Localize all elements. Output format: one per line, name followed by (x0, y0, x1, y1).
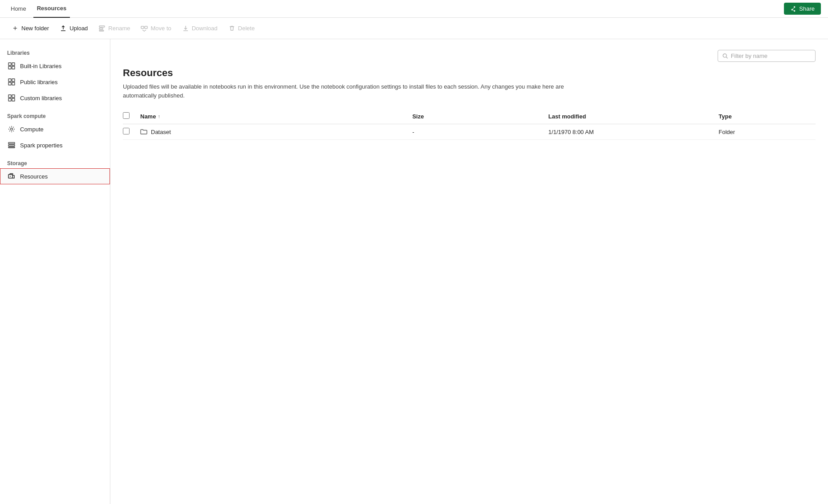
svg-rect-16 (12, 98, 15, 101)
col-header-name[interactable]: Name ↑ (135, 109, 407, 124)
row-type: Folder (713, 124, 816, 140)
move-to-label: Move to (150, 25, 171, 32)
move-to-button[interactable]: Move to (136, 22, 175, 35)
delete-label: Delete (238, 25, 255, 32)
svg-rect-9 (8, 79, 11, 81)
svg-rect-2 (99, 30, 104, 31)
compute-label: Compute (20, 126, 44, 133)
nav-resources[interactable]: Resources (33, 0, 70, 18)
svg-rect-15 (8, 98, 11, 101)
svg-rect-4 (145, 26, 147, 28)
move-icon (141, 25, 148, 32)
row-checkbox-cell (123, 124, 135, 140)
col-header-last-modified: Last modified (543, 109, 713, 124)
row-name: Dataset (151, 129, 171, 135)
storage-section-label: Storage (0, 157, 110, 168)
content-area: Resources Uploaded files will be availab… (110, 39, 828, 504)
share-button[interactable]: Share (784, 3, 821, 15)
spark-properties-label: Spark properties (20, 142, 62, 149)
svg-rect-11 (8, 82, 11, 85)
download-label: Download (192, 25, 218, 32)
row-last-modified: 1/1/1970 8:00 AM (543, 124, 713, 140)
delete-button[interactable]: Delete (224, 22, 260, 35)
toolbar: ＋ New folder Upload Rename Move to Downl… (0, 18, 828, 39)
filter-bar (123, 50, 816, 62)
row-checkbox[interactable] (123, 128, 130, 134)
row-size: - (407, 124, 543, 140)
settings-icon (8, 125, 16, 133)
svg-point-17 (11, 128, 13, 130)
svg-rect-18 (8, 142, 15, 144)
new-folder-label: New folder (21, 25, 49, 32)
select-all-checkbox[interactable] (123, 112, 130, 119)
col-header-type: Type (713, 109, 816, 124)
sidebar: Libraries Built-in Libraries (0, 39, 110, 504)
spark-compute-section-label: Spark compute (0, 110, 110, 121)
svg-rect-6 (12, 63, 15, 65)
page-description: Uploaded files will be available in note… (123, 82, 568, 100)
col-header-checkbox (123, 109, 135, 124)
sidebar-item-spark-properties[interactable]: Spark properties (0, 137, 110, 153)
svg-rect-19 (8, 145, 15, 146)
new-folder-button[interactable]: ＋ New folder (7, 21, 53, 36)
sort-arrow-icon: ↑ (158, 114, 160, 119)
download-button[interactable]: Download (178, 22, 222, 35)
filter-input-wrap[interactable] (718, 50, 816, 62)
delete-icon (228, 25, 235, 32)
row-name-cell[interactable]: Dataset (135, 124, 407, 140)
upload-icon (60, 25, 67, 32)
rename-icon (98, 25, 106, 32)
sidebar-item-built-in-libraries[interactable]: Built-in Libraries (0, 58, 110, 74)
rename-label: Rename (108, 25, 130, 32)
download-icon (182, 25, 189, 32)
built-in-libraries-label: Built-in Libraries (20, 63, 61, 69)
svg-rect-12 (12, 82, 15, 85)
svg-rect-3 (141, 26, 144, 28)
filter-input[interactable] (731, 53, 811, 59)
custom-libraries-label: Custom libraries (20, 95, 62, 102)
plus-icon: ＋ (12, 24, 19, 33)
svg-rect-8 (12, 66, 15, 69)
svg-point-22 (10, 176, 11, 177)
table-row: Dataset - 1/1/1970 8:00 AM Folder (123, 124, 816, 140)
grid-icon-public (8, 78, 16, 86)
share-icon (790, 6, 796, 12)
public-libraries-label: Public libraries (20, 79, 58, 85)
svg-rect-1 (99, 28, 103, 29)
sidebar-item-custom-libraries[interactable]: Custom libraries (0, 90, 110, 106)
sidebar-item-public-libraries[interactable]: Public libraries (0, 74, 110, 90)
resources-icon (8, 172, 16, 180)
sidebar-item-compute[interactable]: Compute (0, 121, 110, 137)
libraries-section-label: Libraries (0, 46, 110, 58)
svg-rect-5 (8, 63, 11, 65)
svg-rect-10 (12, 79, 15, 81)
file-table: Name ↑ Size Last modified Type (123, 109, 816, 140)
svg-rect-0 (99, 26, 105, 27)
col-header-size: Size (407, 109, 543, 124)
sidebar-item-resources[interactable]: Resources (0, 168, 110, 184)
svg-rect-14 (12, 95, 15, 98)
svg-rect-20 (8, 147, 15, 148)
grid-icon-custom (8, 94, 16, 102)
share-button-label: Share (799, 5, 815, 12)
svg-point-23 (723, 53, 727, 57)
main-layout: Libraries Built-in Libraries (0, 39, 828, 504)
upload-button[interactable]: Upload (55, 22, 92, 35)
top-nav: Home Resources Share (0, 0, 828, 18)
nav-home[interactable]: Home (7, 0, 30, 18)
rename-button[interactable]: Rename (94, 22, 134, 35)
svg-rect-7 (8, 66, 11, 69)
search-icon (722, 53, 728, 59)
upload-label: Upload (69, 25, 88, 32)
folder-icon (140, 128, 147, 135)
svg-rect-13 (8, 95, 11, 98)
list-icon (8, 141, 16, 149)
grid-icon-built-in (8, 62, 16, 70)
page-title: Resources (123, 67, 816, 79)
resources-label: Resources (20, 173, 48, 180)
